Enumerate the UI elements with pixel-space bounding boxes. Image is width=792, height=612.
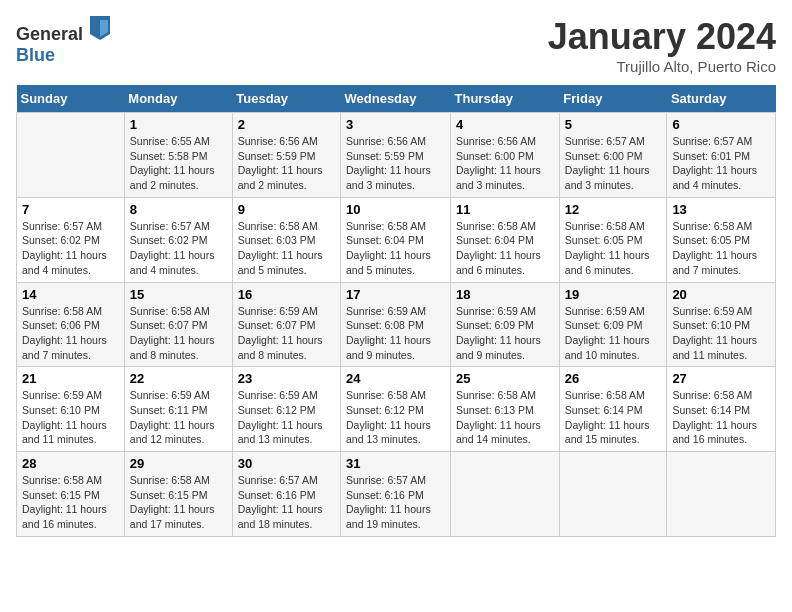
- calendar-cell: 20Sunrise: 6:59 AMSunset: 6:10 PMDayligh…: [667, 282, 776, 367]
- day-detail: Sunrise: 6:57 AMSunset: 6:01 PMDaylight:…: [672, 134, 770, 193]
- day-number: 8: [130, 202, 227, 217]
- day-number: 28: [22, 456, 119, 471]
- column-header-friday: Friday: [559, 85, 667, 113]
- day-number: 27: [672, 371, 770, 386]
- day-number: 19: [565, 287, 662, 302]
- calendar-cell: 10Sunrise: 6:58 AMSunset: 6:04 PMDayligh…: [341, 197, 451, 282]
- logo-blue: Blue: [16, 45, 55, 65]
- logo: General Blue: [16, 16, 110, 66]
- day-detail: Sunrise: 6:58 AMSunset: 6:13 PMDaylight:…: [456, 388, 554, 447]
- day-detail: Sunrise: 6:59 AMSunset: 6:11 PMDaylight:…: [130, 388, 227, 447]
- day-detail: Sunrise: 6:59 AMSunset: 6:10 PMDaylight:…: [22, 388, 119, 447]
- calendar-cell: [667, 452, 776, 537]
- calendar-cell: 21Sunrise: 6:59 AMSunset: 6:10 PMDayligh…: [17, 367, 125, 452]
- day-detail: Sunrise: 6:58 AMSunset: 6:07 PMDaylight:…: [130, 304, 227, 363]
- day-detail: Sunrise: 6:57 AMSunset: 6:16 PMDaylight:…: [238, 473, 335, 532]
- calendar-title: January 2024: [548, 16, 776, 58]
- day-detail: Sunrise: 6:59 AMSunset: 6:12 PMDaylight:…: [238, 388, 335, 447]
- day-detail: Sunrise: 6:58 AMSunset: 6:05 PMDaylight:…: [672, 219, 770, 278]
- day-detail: Sunrise: 6:56 AMSunset: 6:00 PMDaylight:…: [456, 134, 554, 193]
- calendar-cell: 7Sunrise: 6:57 AMSunset: 6:02 PMDaylight…: [17, 197, 125, 282]
- calendar-cell: 2Sunrise: 6:56 AMSunset: 5:59 PMDaylight…: [232, 113, 340, 198]
- day-number: 25: [456, 371, 554, 386]
- logo-text: General Blue: [16, 16, 110, 66]
- day-number: 6: [672, 117, 770, 132]
- day-number: 21: [22, 371, 119, 386]
- calendar-cell: 27Sunrise: 6:58 AMSunset: 6:14 PMDayligh…: [667, 367, 776, 452]
- calendar-cell: 23Sunrise: 6:59 AMSunset: 6:12 PMDayligh…: [232, 367, 340, 452]
- day-detail: Sunrise: 6:58 AMSunset: 6:05 PMDaylight:…: [565, 219, 662, 278]
- day-number: 13: [672, 202, 770, 217]
- calendar-cell: 22Sunrise: 6:59 AMSunset: 6:11 PMDayligh…: [124, 367, 232, 452]
- day-detail: Sunrise: 6:59 AMSunset: 6:07 PMDaylight:…: [238, 304, 335, 363]
- day-number: 10: [346, 202, 445, 217]
- calendar-cell: 1Sunrise: 6:55 AMSunset: 5:58 PMDaylight…: [124, 113, 232, 198]
- calendar-cell: 26Sunrise: 6:58 AMSunset: 6:14 PMDayligh…: [559, 367, 667, 452]
- calendar-cell: 28Sunrise: 6:58 AMSunset: 6:15 PMDayligh…: [17, 452, 125, 537]
- calendar-subtitle: Trujillo Alto, Puerto Rico: [548, 58, 776, 75]
- day-detail: Sunrise: 6:58 AMSunset: 6:12 PMDaylight:…: [346, 388, 445, 447]
- calendar-cell: [559, 452, 667, 537]
- column-header-tuesday: Tuesday: [232, 85, 340, 113]
- calendar-cell: 18Sunrise: 6:59 AMSunset: 6:09 PMDayligh…: [451, 282, 560, 367]
- day-number: 4: [456, 117, 554, 132]
- day-detail: Sunrise: 6:57 AMSunset: 6:00 PMDaylight:…: [565, 134, 662, 193]
- logo-icon: [90, 16, 110, 40]
- day-number: 5: [565, 117, 662, 132]
- calendar-cell: 6Sunrise: 6:57 AMSunset: 6:01 PMDaylight…: [667, 113, 776, 198]
- calendar-cell: 3Sunrise: 6:56 AMSunset: 5:59 PMDaylight…: [341, 113, 451, 198]
- day-detail: Sunrise: 6:58 AMSunset: 6:06 PMDaylight:…: [22, 304, 119, 363]
- day-number: 16: [238, 287, 335, 302]
- day-detail: Sunrise: 6:58 AMSunset: 6:15 PMDaylight:…: [130, 473, 227, 532]
- calendar-cell: 17Sunrise: 6:59 AMSunset: 6:08 PMDayligh…: [341, 282, 451, 367]
- column-header-saturday: Saturday: [667, 85, 776, 113]
- day-number: 20: [672, 287, 770, 302]
- day-number: 3: [346, 117, 445, 132]
- day-number: 29: [130, 456, 227, 471]
- calendar-cell: 29Sunrise: 6:58 AMSunset: 6:15 PMDayligh…: [124, 452, 232, 537]
- calendar-week-row: 14Sunrise: 6:58 AMSunset: 6:06 PMDayligh…: [17, 282, 776, 367]
- day-number: 12: [565, 202, 662, 217]
- calendar-cell: 24Sunrise: 6:58 AMSunset: 6:12 PMDayligh…: [341, 367, 451, 452]
- day-detail: Sunrise: 6:57 AMSunset: 6:16 PMDaylight:…: [346, 473, 445, 532]
- calendar-cell: 5Sunrise: 6:57 AMSunset: 6:00 PMDaylight…: [559, 113, 667, 198]
- day-number: 17: [346, 287, 445, 302]
- day-detail: Sunrise: 6:57 AMSunset: 6:02 PMDaylight:…: [22, 219, 119, 278]
- calendar-week-row: 28Sunrise: 6:58 AMSunset: 6:15 PMDayligh…: [17, 452, 776, 537]
- day-detail: Sunrise: 6:59 AMSunset: 6:10 PMDaylight:…: [672, 304, 770, 363]
- day-number: 9: [238, 202, 335, 217]
- day-detail: Sunrise: 6:55 AMSunset: 5:58 PMDaylight:…: [130, 134, 227, 193]
- day-number: 1: [130, 117, 227, 132]
- day-detail: Sunrise: 6:59 AMSunset: 6:08 PMDaylight:…: [346, 304, 445, 363]
- day-number: 24: [346, 371, 445, 386]
- day-detail: Sunrise: 6:57 AMSunset: 6:02 PMDaylight:…: [130, 219, 227, 278]
- calendar-cell: 4Sunrise: 6:56 AMSunset: 6:00 PMDaylight…: [451, 113, 560, 198]
- calendar-cell: [451, 452, 560, 537]
- day-number: 26: [565, 371, 662, 386]
- calendar-cell: 14Sunrise: 6:58 AMSunset: 6:06 PMDayligh…: [17, 282, 125, 367]
- day-detail: Sunrise: 6:58 AMSunset: 6:04 PMDaylight:…: [456, 219, 554, 278]
- day-detail: Sunrise: 6:56 AMSunset: 5:59 PMDaylight:…: [346, 134, 445, 193]
- day-detail: Sunrise: 6:58 AMSunset: 6:14 PMDaylight:…: [672, 388, 770, 447]
- calendar-cell: [17, 113, 125, 198]
- calendar-cell: 30Sunrise: 6:57 AMSunset: 6:16 PMDayligh…: [232, 452, 340, 537]
- day-detail: Sunrise: 6:58 AMSunset: 6:03 PMDaylight:…: [238, 219, 335, 278]
- column-header-thursday: Thursday: [451, 85, 560, 113]
- page-header: General Blue January 2024 Trujillo Alto,…: [16, 16, 776, 75]
- day-number: 7: [22, 202, 119, 217]
- calendar-week-row: 7Sunrise: 6:57 AMSunset: 6:02 PMDaylight…: [17, 197, 776, 282]
- column-header-wednesday: Wednesday: [341, 85, 451, 113]
- calendar-week-row: 21Sunrise: 6:59 AMSunset: 6:10 PMDayligh…: [17, 367, 776, 452]
- calendar-header-row: SundayMondayTuesdayWednesdayThursdayFrid…: [17, 85, 776, 113]
- day-detail: Sunrise: 6:58 AMSunset: 6:14 PMDaylight:…: [565, 388, 662, 447]
- calendar-cell: 13Sunrise: 6:58 AMSunset: 6:05 PMDayligh…: [667, 197, 776, 282]
- column-header-sunday: Sunday: [17, 85, 125, 113]
- day-number: 11: [456, 202, 554, 217]
- calendar-cell: 31Sunrise: 6:57 AMSunset: 6:16 PMDayligh…: [341, 452, 451, 537]
- day-detail: Sunrise: 6:59 AMSunset: 6:09 PMDaylight:…: [456, 304, 554, 363]
- day-detail: Sunrise: 6:58 AMSunset: 6:04 PMDaylight:…: [346, 219, 445, 278]
- calendar-week-row: 1Sunrise: 6:55 AMSunset: 5:58 PMDaylight…: [17, 113, 776, 198]
- column-header-monday: Monday: [124, 85, 232, 113]
- day-detail: Sunrise: 6:56 AMSunset: 5:59 PMDaylight:…: [238, 134, 335, 193]
- calendar-cell: 19Sunrise: 6:59 AMSunset: 6:09 PMDayligh…: [559, 282, 667, 367]
